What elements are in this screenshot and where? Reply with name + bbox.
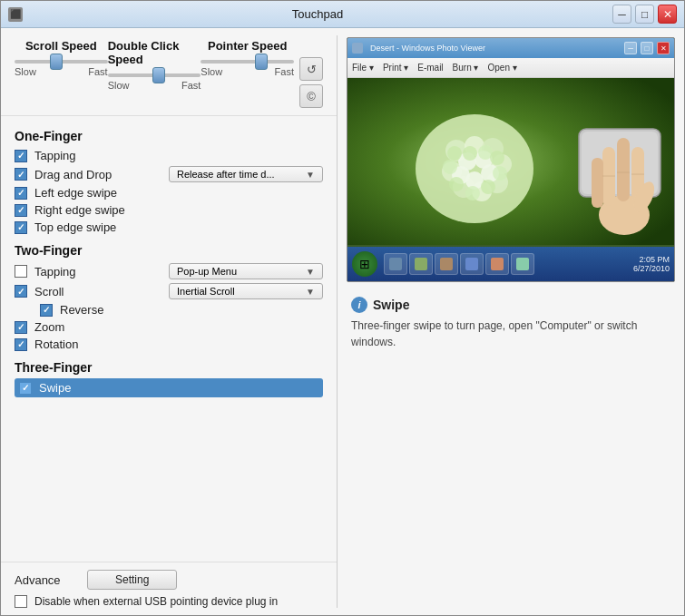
pv-minimize-btn[interactable]: ─ [624, 42, 637, 54]
pv-burn-menu[interactable]: Burn ▾ [453, 63, 479, 73]
swipe-checkbox[interactable] [19, 382, 32, 395]
pv-taskbar-items [384, 253, 534, 275]
right-edge-swipe-checkbox[interactable] [15, 204, 27, 217]
window-icon: ⬛ [8, 7, 23, 22]
double-click-speed-thumb[interactable] [152, 67, 165, 83]
scroll-speed-group: Scroll Speed Slow Fast [15, 39, 108, 77]
double-click-speed-track [108, 73, 201, 77]
swipe-row[interactable]: Swipe [15, 378, 323, 397]
copyright-button[interactable]: © [299, 84, 323, 108]
scroll-dropdown[interactable]: Inertial Scroll ▼ [169, 283, 323, 299]
advance-label: Advance [15, 573, 69, 587]
scroll-label: Scroll [34, 285, 161, 298]
pv-taskbar-item-2[interactable] [409, 253, 433, 275]
taskbar-icon-5 [491, 258, 504, 270]
svg-point-17 [490, 151, 504, 165]
desc-text: Three-finger swipe to turn page, open "C… [351, 318, 670, 350]
pointer-speed-label: Pointer Speed [208, 39, 287, 53]
window-title: Touchpad [23, 7, 612, 21]
tapping-checkbox[interactable] [15, 150, 27, 162]
sliders-row: Scroll Speed Slow Fast Doubl [15, 39, 323, 108]
right-panel: Desert - Windows Photo Viewer ─ □ ✕ File… [338, 28, 684, 615]
pointer-speed-rail [201, 60, 294, 64]
drag-and-drop-row: Drag and Drop Release after time d... ▼ [15, 164, 323, 184]
pv-maximize-btn[interactable]: □ [641, 42, 653, 54]
minimize-button[interactable]: ─ [612, 5, 631, 24]
pv-clock: 2:05 PM 6/27/2010 [633, 255, 670, 273]
reverse-label: Reverse [60, 303, 323, 317]
pv-taskbar-item-3[interactable] [435, 253, 458, 275]
drag-and-drop-checkbox[interactable] [15, 168, 27, 181]
reverse-checkbox[interactable] [40, 304, 53, 317]
description-box: i Swipe Three-finger swipe to turn page,… [347, 289, 675, 357]
pointer-speed-group: Pointer Speed Slow Fast [201, 39, 294, 77]
maximize-button[interactable]: □ [635, 5, 654, 24]
drag-and-drop-dropdown[interactable]: Release after time d... ▼ [169, 166, 323, 182]
disable-usb-checkbox[interactable] [15, 595, 27, 608]
scroll-row: Scroll Inertial Scroll ▼ [15, 281, 323, 301]
top-edge-swipe-checkbox[interactable] [15, 221, 27, 234]
left-panel: Scroll Speed Slow Fast Doubl [1, 28, 337, 615]
pv-print-menu[interactable]: Print ▾ [383, 63, 408, 73]
scroll-checkbox[interactable] [15, 285, 27, 298]
taskbar-icon-1 [389, 258, 402, 270]
pv-window-icon [352, 43, 363, 54]
pv-titlebar: Desert - Windows Photo Viewer ─ □ ✕ [347, 38, 674, 58]
svg-point-20 [465, 186, 480, 200]
pv-taskbar-item-6[interactable] [511, 253, 534, 275]
pointer-speed-range: Slow Fast [201, 66, 294, 77]
tapping-label: Tapping [34, 149, 323, 162]
titlebar: ⬛ Touchpad ─ □ ✕ [1, 1, 684, 28]
top-edge-swipe-row: Top edge swipe [15, 219, 323, 236]
setting-button[interactable]: Setting [87, 570, 177, 590]
pv-email-menu[interactable]: E-mail [417, 63, 443, 73]
zoom-label: Zoom [34, 320, 323, 334]
zoom-checkbox[interactable] [15, 321, 27, 334]
left-edge-swipe-row: Left edge swipe [15, 184, 323, 201]
left-edge-swipe-checkbox[interactable] [15, 187, 27, 200]
rotation-label: Rotation [34, 337, 323, 351]
two-tapping-checkbox[interactable] [15, 265, 27, 278]
pv-taskbar-item-1[interactable] [384, 253, 407, 275]
svg-rect-30 [592, 158, 603, 208]
photo-viewer: Desert - Windows Photo Viewer ─ □ ✕ File… [347, 38, 674, 281]
two-tapping-row: Tapping Pop-up Menu ▼ [15, 261, 323, 281]
pv-close-btn[interactable]: ✕ [657, 42, 670, 54]
pv-open-menu[interactable]: Open ▾ [488, 63, 517, 73]
svg-point-19 [481, 180, 495, 194]
hand-overlay [565, 93, 674, 247]
two-tapping-dropdown[interactable]: Pop-up Menu ▼ [169, 263, 323, 279]
disable-usb-label: Disable when external USB pointing devic… [34, 595, 278, 608]
pv-taskbar-item-4[interactable] [460, 253, 484, 275]
pointer-speed-thumb[interactable] [255, 54, 268, 70]
taskbar-icon-2 [415, 258, 427, 270]
rotation-checkbox[interactable] [15, 338, 27, 351]
zoom-row: Zoom [15, 318, 323, 336]
sliders-section: Scroll Speed Slow Fast Doubl [1, 28, 337, 116]
svg-rect-28 [617, 138, 630, 201]
reverse-row: Reverse [15, 301, 323, 318]
double-click-speed-rail [108, 73, 201, 77]
scroll-speed-label: Scroll Speed [25, 39, 97, 53]
drag-and-drop-label: Drag and Drop [34, 168, 161, 181]
top-edge-swipe-label: Top edge swipe [34, 220, 323, 234]
taskbar-icon-3 [440, 258, 453, 270]
double-click-speed-label: Double Click Speed [108, 39, 201, 66]
advance-row: Advance Setting [15, 570, 323, 590]
pv-title: Desert - Windows Photo Viewer [370, 44, 621, 53]
settings-section: One-Finger Tapping Drag and Drop Release… [1, 116, 337, 562]
taskbar-icon-4 [465, 258, 478, 270]
pv-file-menu[interactable]: File ▾ [352, 63, 374, 73]
tapping-row: Tapping [15, 147, 323, 164]
close-button[interactable]: ✕ [658, 5, 677, 24]
usb-row: Disable when external USB pointing devic… [15, 595, 323, 608]
scroll-speed-thumb[interactable] [50, 54, 63, 70]
one-finger-header: One-Finger [15, 129, 323, 143]
pointer-speed-track [201, 60, 294, 64]
reset-button[interactable]: ↺ [299, 57, 323, 81]
hand-svg [565, 93, 674, 247]
pv-start-button[interactable]: ⊞ [352, 251, 377, 277]
two-finger-header: Two-Finger [15, 243, 323, 258]
bottom-section: Advance Setting Disable when external US… [1, 562, 337, 615]
pv-taskbar-item-5[interactable] [485, 253, 509, 275]
